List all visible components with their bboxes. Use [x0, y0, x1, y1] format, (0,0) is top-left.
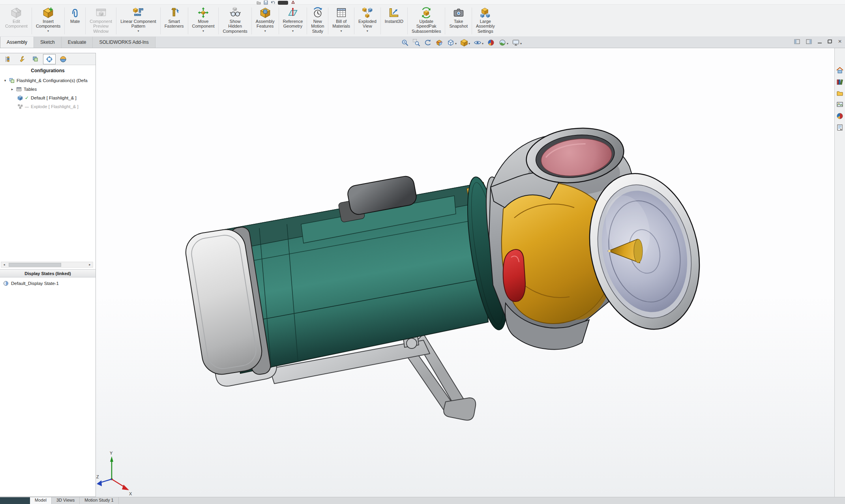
dropdown-caret-icon[interactable] [137, 29, 139, 32]
active-document-tab[interactable] [278, 1, 288, 5]
component-preview-window-icon [96, 6, 107, 19]
close-button[interactable] [838, 38, 842, 45]
home-icon[interactable] [836, 66, 844, 74]
ribbon-button-instant3d[interactable]: Instant3D [382, 6, 406, 36]
ribbon-button-update-speedpak-subassemblies[interactable]: Update SpeedPak Subassemblies [409, 6, 444, 36]
ribbon-button-take-snapshot[interactable]: Take Snapshot [446, 6, 470, 36]
component-switch-red[interactable] [503, 249, 525, 302]
orientation-triad[interactable]: Y X Z [96, 451, 132, 496]
section-view-icon[interactable] [435, 38, 444, 47]
tab-3d-views[interactable]: 3D Views [52, 497, 80, 504]
config-tree-explode[interactable]: Explode [ Flashlight_& ] [0, 102, 96, 111]
ribbon-button-bill-of-materials[interactable]: Bill of Materials [330, 6, 353, 36]
tab-label: Sketch [40, 39, 55, 45]
scroll-right-button[interactable] [87, 263, 93, 266]
ribbon-button-smart-fasteners[interactable]: Smart Fasteners [162, 6, 187, 36]
design-library-icon[interactable] [836, 78, 843, 85]
tab-assembly[interactable]: Assembly [0, 37, 34, 48]
dock-pane-icon[interactable] [794, 38, 800, 45]
tab-sketch[interactable]: Sketch [34, 37, 62, 48]
dropdown-caret-icon[interactable] [292, 29, 294, 32]
zoom-to-area-icon[interactable] [412, 38, 421, 47]
update-speedpak-icon [421, 6, 432, 19]
tab-model[interactable]: Model [30, 497, 52, 504]
motion-study-tab-bar: Model 3D Views Motion Study 1 [0, 497, 845, 504]
save-icon[interactable] [264, 0, 268, 5]
restore-button[interactable] [828, 38, 832, 45]
propertymanager-tab[interactable] [15, 54, 28, 64]
dropdown-caret-icon[interactable] [455, 39, 457, 46]
ribbon-button-show-hidden-components[interactable]: Show Hidden Components [220, 6, 250, 36]
ribbon-button-label: Take Snapshot [449, 19, 467, 29]
scrollbar-thumb[interactable] [9, 263, 61, 267]
model-3d-view[interactable]: Y X Z [96, 48, 834, 497]
view-palette-icon[interactable] [836, 101, 843, 108]
config-tree-default[interactable]: Default [ Flashlight_& ] [0, 94, 96, 102]
featuremanager-tab[interactable] [2, 54, 14, 64]
triad-y-label: Y [110, 451, 113, 455]
tree-item-label: Tables [24, 87, 37, 92]
dropdown-caret-icon[interactable] [202, 29, 204, 32]
expand-arrow-icon[interactable] [3, 79, 7, 82]
ribbon-button-reference-geometry[interactable]: Reference Geometry [280, 6, 306, 36]
dropdown-caret-icon[interactable] [520, 39, 522, 46]
view-settings-icon[interactable] [511, 38, 522, 47]
zoom-to-fit-icon[interactable] [401, 38, 409, 47]
appearances-icon[interactable] [836, 112, 843, 120]
view-orientation-icon[interactable] [446, 38, 457, 47]
tab-solidworks-add-ins[interactable]: SOLIDWORKS Add-Ins [93, 37, 155, 48]
display-state-item[interactable]: Default_Display State-1 [0, 279, 96, 288]
ribbon-button-large-assembly-settings[interactable]: Large Assembly Settings [473, 6, 498, 36]
panel-horizontal-scrollbar[interactable] [1, 262, 93, 268]
scrollbar-track[interactable] [7, 262, 87, 267]
custom-properties-icon[interactable] [836, 124, 843, 131]
dropdown-caret-icon[interactable] [468, 39, 470, 46]
collapse-arrow-icon[interactable] [10, 87, 14, 91]
file-explorer-icon[interactable] [836, 90, 843, 97]
dropdown-caret-icon[interactable] [482, 39, 483, 46]
scroll-left-button[interactable] [1, 263, 7, 266]
bottom-tab-label: Model [35, 498, 47, 502]
ribbon-button-component-preview-window[interactable]: Component Preview Window [87, 6, 115, 36]
displaymanager-tab[interactable] [57, 54, 69, 64]
triad-x-label: X [129, 491, 132, 496]
dropdown-caret-icon[interactable] [341, 29, 342, 32]
edit-appearance-icon[interactable] [487, 38, 495, 47]
undock-pane-icon[interactable] [806, 38, 812, 45]
ribbon-button-mate[interactable]: Mate [66, 6, 84, 36]
display-states-header[interactable]: Display States (linked) [0, 269, 96, 277]
graphics-area[interactable]: Y X Z [0, 48, 834, 497]
undo-icon[interactable] [271, 0, 275, 5]
hide-show-items-icon[interactable] [473, 38, 484, 47]
taskbar-fragment [0, 497, 30, 504]
config-tree-root[interactable]: Flashlight_& Configuration(s) (Defa [0, 76, 96, 85]
tab-evaluate[interactable]: Evaluate [62, 37, 93, 48]
dropdown-caret-icon[interactable] [506, 39, 508, 46]
task-pane-strip [834, 48, 845, 497]
document-window-controls [794, 38, 842, 45]
ribbon-button-assembly-features[interactable]: Assembly Features [253, 6, 277, 36]
ribbon-button-label: Mate [70, 19, 80, 24]
ribbon-button-linear-component-pattern[interactable]: Linear Component Pattern [118, 6, 159, 36]
ribbon-button-insert-components[interactable]: Insert Components [33, 6, 63, 36]
tab-motion-study-1[interactable]: Motion Study 1 [80, 497, 118, 504]
ribbon-button-label: Exploded View [358, 19, 377, 29]
config-tree-tables[interactable]: Tables [0, 85, 96, 94]
open-document-icon[interactable] [257, 0, 261, 5]
display-style-icon[interactable] [460, 38, 470, 47]
assembly-features-icon [260, 6, 271, 19]
ribbon-button-exploded-view[interactable]: Exploded View [356, 6, 379, 36]
ribbon-button-edit-component[interactable]: Edit Component [2, 6, 30, 36]
rebuild-icon[interactable] [291, 0, 295, 5]
dropdown-caret-icon[interactable] [47, 29, 49, 32]
minimize-button[interactable] [818, 38, 822, 45]
apply-scene-icon[interactable] [498, 38, 509, 47]
toolbar-separator [251, 7, 252, 34]
configurationmanager-tab[interactable] [29, 54, 42, 64]
dropdown-caret-icon[interactable] [367, 29, 368, 32]
dimxpertmanager-tab[interactable] [43, 54, 56, 64]
ribbon-button-new-motion-study[interactable]: New Motion Study [308, 6, 327, 36]
previous-view-icon[interactable] [423, 38, 432, 47]
ribbon-button-move-component[interactable]: Move Component [189, 6, 217, 36]
dropdown-caret-icon[interactable] [264, 29, 266, 32]
